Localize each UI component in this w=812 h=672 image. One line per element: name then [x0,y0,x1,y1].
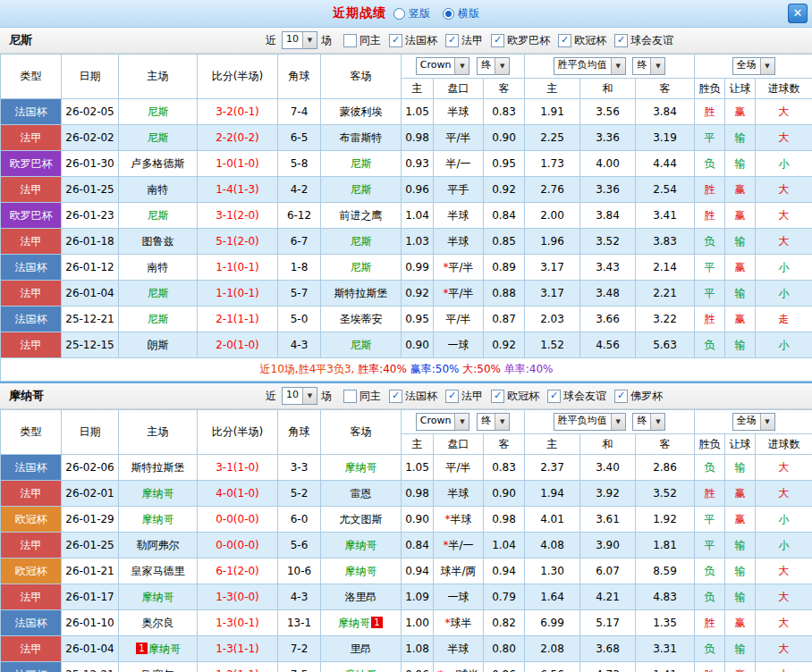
matches-table: 类型 日期 主场 比分(半场) 角球 客场 Crown▼ 终▼ 胜平负均值▼ 终… [0,54,812,382]
odds-home-cell: 0.96 [402,177,434,203]
close-button[interactable]: ✕ [788,4,808,23]
team-label: 尼斯 [148,287,169,299]
odds-final-select[interactable]: 终▼ [477,57,510,75]
date-cell: 26-01-17 [62,584,119,610]
chevron-down-icon: ▼ [454,414,469,430]
match-row: 法甲26-01-04尼斯1-1(0-1)5-7斯特拉斯堡0.92*平/半0.88… [1,281,812,307]
match-row: 法甲26-01-25南特1-4(1-3)4-2尼斯0.96平手0.922.763… [1,177,812,203]
avg-home-cell: 1.52 [525,332,580,358]
result-cell: 负 [695,332,725,358]
handicap-cell: 半球 [434,99,484,125]
avg-home-cell: 3.17 [525,281,580,307]
odds-away-cell: 0.92 [484,332,525,358]
handicap-result-cell: 赢 [725,662,756,672]
team-section: 摩纳哥 近 10 ▼ 场 同主✓法国杯✓法甲✓欧冠杯✓球会友谊✓佛罗杯 类型 [0,382,812,672]
team-label: 摩纳哥 [345,668,377,672]
competition-cell: 法国杯 [1,662,62,672]
summary-segment: 大:50% [462,363,504,375]
checkbox-unchecked-icon [343,390,357,403]
layout-radio-vertical-label: 竖版 [409,6,430,21]
home-team-cell: 尼斯 [119,99,198,125]
away-team-cell: 雷恩 [321,481,402,507]
handicap-cell: 平/半 [434,307,484,332]
filter-checkbox-佛罗杯[interactable]: ✓佛罗杯 [614,389,663,404]
bookmaker-select[interactable]: Crown▼ [416,413,470,431]
goals-result-cell: 大 [756,177,812,203]
avg-home-cell: 1.91 [525,99,580,125]
avg-select[interactable]: 胜平负均值▼ [554,413,626,431]
competition-cell: 法甲 [1,281,62,307]
filter-checkbox-欧罗巴杯[interactable]: ✓欧罗巴杯 [491,33,550,48]
competition-cell: 欧罗巴杯 [1,203,62,229]
odds-home-cell: 0.95 [402,307,434,332]
games-label: 场 [321,389,332,404]
filter-checkbox-欧冠杯[interactable]: ✓欧冠杯 [491,389,539,404]
handicap-cell: 半球 [434,229,484,255]
avg-away-cell: 3.83 [636,229,695,255]
layout-radio-vertical[interactable]: 竖版 [393,6,430,21]
team-label: 奥尔良 [142,617,174,629]
result-cell: 平 [695,507,725,533]
odds-final-select[interactable]: 终▼ [477,413,510,431]
match-row: 法甲26-02-02尼斯2-2(0-2)6-5布雷斯特0.98平/半0.902.… [1,125,812,151]
filter-checkbox-法甲[interactable]: ✓法甲 [445,389,483,404]
filter-checkbox-法国杯[interactable]: ✓法国杯 [389,33,437,48]
away-team-cell: 布雷斯特 [321,125,402,151]
away-team-cell: 蒙彼利埃 [321,99,402,125]
competition-cell: 欧罗巴杯 [1,151,62,177]
team-label: 尼斯 [351,183,372,196]
corner-cell: 7-2 [278,636,321,662]
filter-checkbox-label: 法甲 [461,389,483,404]
avg-final-select[interactable]: 终▼ [632,57,665,75]
sub-header: 让球 [725,434,756,455]
date-cell: 26-01-30 [62,151,119,177]
avg-select[interactable]: 胜平负均值▼ [554,57,626,75]
match-count-value: 10 [283,388,302,404]
odds-away-cell: 0.84 [484,203,525,229]
team-label: 蒙彼利埃 [340,105,383,118]
avg-home-cell: 1.30 [525,559,580,584]
sub-header: 胜负 [695,434,725,455]
filter-checkbox-球会友谊[interactable]: ✓球会友谊 [547,389,606,404]
avg-away-cell: 4.83 [636,584,695,610]
goals-result-cell: 小 [756,332,812,358]
filter-bar: 近 10 ▼ 场 同主✓法国杯✓法甲✓欧罗巴杯✓欧冠杯✓球会友谊 [264,31,673,49]
score-cell: 6-1(2-0) [198,559,278,584]
filter-checkbox-欧冠杯[interactable]: ✓欧冠杯 [558,33,606,48]
date-cell: 26-01-10 [62,610,119,636]
corner-cell: 1-8 [278,255,321,281]
competition-cell: 法国杯 [1,610,62,636]
goals-result-cell: 大 [756,125,812,151]
avg-header-cell: 胜平负均值▼ 终▼ [525,410,695,434]
result-cell: 平 [695,255,725,281]
filter-checkbox-球会友谊[interactable]: ✓球会友谊 [614,33,673,48]
corner-cell: 5-2 [278,481,321,507]
scope-select[interactable]: 全场▼ [732,57,775,75]
layout-radio-horizontal[interactable]: 横版 [443,6,479,21]
filter-checkbox-法甲[interactable]: ✓法甲 [445,33,483,48]
scope-select[interactable]: 全场▼ [732,413,775,431]
date-cell: 26-01-18 [62,229,119,255]
sections-container: 尼斯 近 10 ▼ 场 同主✓法国杯✓法甲✓欧罗巴杯✓欧冠杯✓球会友谊 类型 [0,28,812,672]
goals-result-cell: 小 [756,281,812,307]
games-label: 场 [321,33,332,48]
match-count-select[interactable]: 10 ▼ [282,31,317,49]
filter-checkbox-同主[interactable]: 同主 [343,33,381,48]
competition-cell: 法国杯 [1,307,62,332]
away-team-cell: 尼斯 [321,229,402,255]
goals-result-cell: 走 [756,307,812,332]
goals-result-cell: 大 [756,662,812,672]
match-count-select[interactable]: 10 ▼ [282,387,317,405]
avg-final-select[interactable]: 终▼ [632,413,665,431]
filter-checkbox-法国杯[interactable]: ✓法国杯 [389,389,437,404]
checkbox-checked-icon: ✓ [614,34,628,47]
avg-draw-cell: 3.43 [580,255,636,281]
competition-cell: 法甲 [1,177,62,203]
filter-checkbox-同主[interactable]: 同主 [343,389,381,404]
avg-home-cell: 2.00 [525,203,580,229]
home-team-cell: 摩纳哥 [119,481,198,507]
home-team-cell: 欧塞尔 [119,662,198,672]
date-cell: 26-01-25 [62,177,119,203]
avg-draw-cell: 5.17 [580,610,636,636]
bookmaker-select[interactable]: Crown▼ [416,57,470,75]
